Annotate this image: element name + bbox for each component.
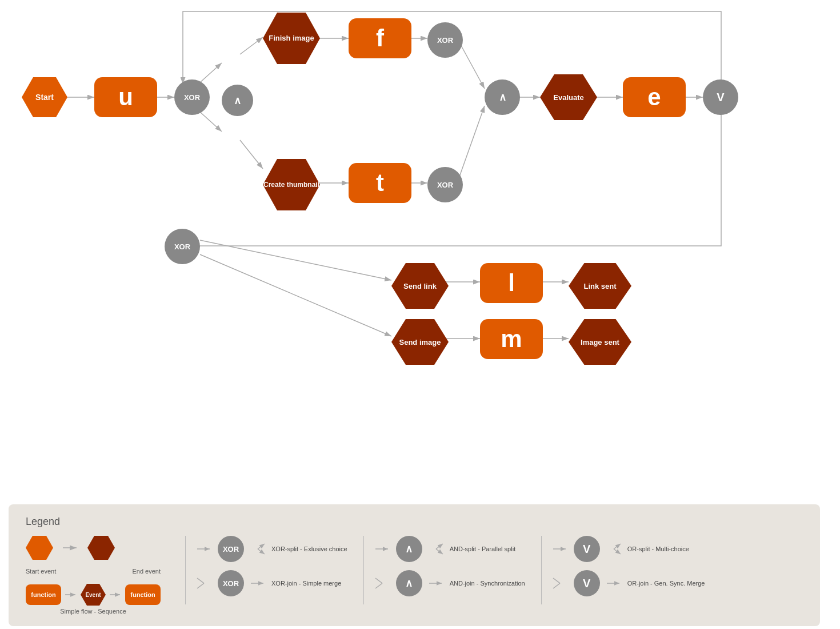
legend-title: Legend bbox=[26, 516, 803, 528]
svg-line-50 bbox=[553, 578, 560, 583]
legend-and-split: ∧ bbox=[396, 536, 422, 562]
svg-line-47 bbox=[614, 544, 621, 549]
l-label: l bbox=[508, 269, 515, 297]
finish-image-label: Finish image bbox=[269, 34, 314, 43]
u-function: u bbox=[94, 77, 157, 117]
evaluate-node: Evaluate bbox=[540, 74, 597, 120]
link-sent-node: Link sent bbox=[569, 263, 631, 309]
svg-line-30 bbox=[258, 549, 265, 554]
legend-panel: Legend Start event End event function bbox=[9, 504, 820, 626]
legend-or-join-label: OR-join - Gen. Sync. Merge bbox=[627, 579, 705, 587]
send-link-label: Send link bbox=[403, 282, 437, 290]
xor3-gateway: XOR bbox=[427, 167, 463, 202]
l-function: l bbox=[480, 263, 543, 303]
svg-line-32 bbox=[197, 578, 204, 583]
xor1-label: XOR bbox=[184, 93, 200, 102]
legend-end-event bbox=[87, 536, 115, 560]
svg-line-16 bbox=[200, 240, 391, 280]
f-label: f bbox=[376, 25, 384, 52]
e-function: e bbox=[623, 77, 686, 117]
svg-line-48 bbox=[614, 549, 621, 554]
and2-gateway: ∧ bbox=[485, 79, 520, 115]
diagram-canvas: Start u XOR ∧ Finish image f XOR ∧ Evalu… bbox=[0, 0, 840, 412]
legend-function2-label: function bbox=[130, 591, 155, 598]
legend-function2: function bbox=[125, 584, 161, 605]
svg-line-5 bbox=[240, 37, 263, 54]
legend-event-hex: Event bbox=[81, 584, 106, 606]
legend-divider3 bbox=[541, 536, 542, 604]
legend-simple-flow-label: Simple flow - Sequence bbox=[26, 608, 161, 615]
legend-function1-label: function bbox=[31, 591, 55, 598]
legend-event-label: Event bbox=[85, 592, 101, 598]
send-image-node: Send image bbox=[391, 319, 449, 365]
legend-xor-split: XOR bbox=[218, 536, 244, 562]
legend-end-event-label: End event bbox=[132, 568, 161, 575]
legend-and-join-label: AND-join - Synchronization bbox=[450, 579, 525, 587]
image-sent-label: Image sent bbox=[581, 338, 619, 347]
t-function: t bbox=[349, 163, 411, 203]
legend-divider2 bbox=[363, 536, 364, 604]
legend-or-split: V bbox=[574, 536, 600, 562]
finish-image-node: Finish image bbox=[263, 13, 320, 64]
svg-line-29 bbox=[258, 544, 265, 549]
send-image-label: Send image bbox=[399, 338, 441, 347]
or1-gateway: V bbox=[703, 79, 738, 115]
xor2-label: XOR bbox=[437, 36, 453, 45]
f-function: f bbox=[349, 18, 411, 58]
start-node: Start bbox=[22, 77, 67, 117]
svg-line-6 bbox=[240, 140, 263, 169]
start-label: Start bbox=[35, 93, 54, 102]
m-function: m bbox=[480, 319, 543, 359]
and1-gateway: ∧ bbox=[222, 85, 253, 116]
legend-function1: function bbox=[26, 584, 61, 605]
u-label: u bbox=[118, 83, 133, 111]
send-link-node: Send link bbox=[391, 263, 449, 309]
legend-start-event-label: Start event bbox=[26, 568, 56, 575]
t-label: t bbox=[376, 169, 384, 197]
evaluate-label: Evaluate bbox=[553, 93, 583, 102]
xor4-label: XOR bbox=[174, 242, 190, 251]
svg-line-17 bbox=[200, 254, 391, 336]
create-thumbnail-label: Create thumbnail bbox=[263, 181, 319, 189]
svg-line-41 bbox=[375, 578, 382, 583]
link-sent-label: Link sent bbox=[583, 282, 616, 290]
svg-line-42 bbox=[375, 583, 382, 588]
image-sent-node: Image sent bbox=[569, 319, 631, 365]
and1-label: ∧ bbox=[234, 94, 241, 107]
svg-line-33 bbox=[197, 583, 204, 588]
xor1-gateway: XOR bbox=[174, 79, 210, 115]
legend-xor-join-label: XOR-join - Simple merge bbox=[271, 579, 341, 587]
svg-line-51 bbox=[553, 583, 560, 588]
xor3-label: XOR bbox=[437, 181, 453, 189]
svg-line-12 bbox=[457, 106, 485, 183]
legend-or-split-label: OR-split - Multi-choice bbox=[627, 545, 689, 553]
e-label: e bbox=[647, 83, 661, 111]
legend-xor-split-label: XOR-split - Exlusive choice bbox=[271, 545, 347, 553]
xor4-gateway: XOR bbox=[165, 229, 200, 264]
m-label: m bbox=[501, 325, 522, 353]
legend-and-join: ∧ bbox=[396, 570, 422, 596]
legend-divider1 bbox=[185, 536, 186, 604]
create-thumbnail-node: Create thumbnail bbox=[263, 159, 320, 210]
or1-label: V bbox=[717, 91, 724, 104]
legend-and-split-label: AND-split - Parallel split bbox=[450, 545, 516, 553]
and2-label: ∧ bbox=[499, 91, 506, 103]
legend-or-join: V bbox=[574, 570, 600, 596]
xor2-gateway: XOR bbox=[427, 22, 463, 58]
legend-start-event bbox=[26, 536, 53, 560]
svg-line-38 bbox=[436, 544, 443, 549]
legend-xor-join: XOR bbox=[218, 570, 244, 596]
svg-line-39 bbox=[436, 549, 443, 554]
